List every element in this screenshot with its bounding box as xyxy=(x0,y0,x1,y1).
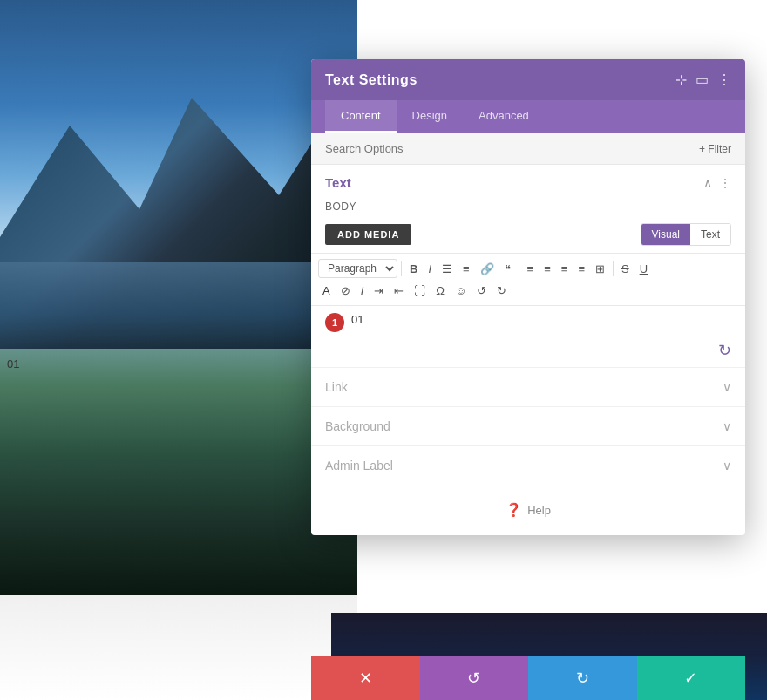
save-button[interactable]: ✓ xyxy=(637,656,746,700)
toolbar-row-1: Paragraph B I ☰ ≡ 🔗 ❝ ≡ ≡ ≡ ≡ ⊞ S U xyxy=(318,257,738,280)
search-input[interactable] xyxy=(325,142,699,155)
editor-toolbar: Paragraph B I ☰ ≡ 🔗 ❝ ≡ ≡ ≡ ≡ ⊞ S U A xyxy=(311,253,745,306)
table-button[interactable]: ⊞ xyxy=(591,260,609,278)
settings-panel: Text Settings ⊹ ▭ ⋮ Content Design Advan… xyxy=(311,59,745,535)
focus-icon[interactable]: ⊹ xyxy=(675,71,687,88)
bold-button[interactable]: B xyxy=(405,260,422,278)
editor-text: 01 xyxy=(351,313,363,326)
panel-tabs: Content Design Advanced xyxy=(311,100,745,133)
tab-advanced[interactable]: Advanced xyxy=(463,100,545,133)
paragraph-select[interactable]: Paragraph xyxy=(318,259,397,278)
help-text[interactable]: ❓ Help xyxy=(325,502,731,518)
font-color-button[interactable]: A xyxy=(318,282,335,300)
search-bar: + Filter xyxy=(311,133,745,165)
tab-design[interactable]: Design xyxy=(397,100,463,133)
italic-button[interactable]: I xyxy=(424,260,436,278)
underline-button[interactable]: U xyxy=(635,260,652,278)
header-icons-group: ⊹ ▭ ⋮ xyxy=(675,71,731,88)
more-options-icon[interactable]: ⋮ xyxy=(717,71,731,88)
blockquote-button[interactable]: ❝ xyxy=(500,260,515,278)
tab-content[interactable]: Content xyxy=(325,100,397,133)
strikethrough-button[interactable]: S xyxy=(617,260,634,278)
columns-icon[interactable]: ▭ xyxy=(696,71,709,88)
landscape-background xyxy=(0,0,357,700)
collapse-icon[interactable]: ∧ xyxy=(703,176,712,190)
toolbar-row-2: A ⊘ I ⇥ ⇤ ⛶ Ω ☺ ↺ ↻ xyxy=(318,280,738,302)
emoji-button[interactable]: ☺ xyxy=(451,282,471,300)
content-text-01: 01 xyxy=(7,357,19,370)
text-section-title: Text xyxy=(325,175,351,190)
toolbar-divider-3 xyxy=(613,261,614,276)
section-more-icon[interactable]: ⋮ xyxy=(719,176,731,190)
align-left-button[interactable]: ≡ xyxy=(523,260,539,278)
align-center-button[interactable]: ≡ xyxy=(540,260,555,278)
special-char-button[interactable]: Ω xyxy=(431,282,449,300)
undo-history-button[interactable]: ↺ xyxy=(420,656,529,700)
add-media-button[interactable]: ADD MEDIA xyxy=(325,224,411,245)
link-label: Link xyxy=(325,380,348,394)
background-chevron-icon: ∨ xyxy=(723,419,731,433)
toolbar-divider-1 xyxy=(401,261,402,276)
unordered-list-button[interactable]: ☰ xyxy=(438,260,457,278)
text-section-header: Text ∧ ⋮ xyxy=(311,165,745,197)
line-number-badge: 1 xyxy=(325,313,344,332)
panel-body: Text ∧ ⋮ Body ADD MEDIA Visual Text Para… xyxy=(311,165,745,535)
outdent-button[interactable]: ⇤ xyxy=(390,282,408,300)
add-media-row: ADD MEDIA Visual Text xyxy=(311,220,745,253)
background-section[interactable]: Background ∨ xyxy=(311,406,745,445)
panel-title: Text Settings xyxy=(325,72,417,88)
line-number-indicator: 1 xyxy=(325,313,344,332)
link-section[interactable]: Link ∨ xyxy=(311,367,745,406)
water-reflection xyxy=(0,262,357,349)
toolbar-divider-2 xyxy=(519,261,519,276)
link-button[interactable]: 🔗 xyxy=(476,260,499,278)
help-circle-icon: ❓ xyxy=(506,502,522,518)
help-section: ❓ Help xyxy=(311,485,745,535)
italic-alt-button[interactable]: I xyxy=(356,282,369,300)
body-label: Body xyxy=(311,197,745,220)
ordered-list-button[interactable]: ≡ xyxy=(458,260,474,278)
admin-label-chevron-icon: ∨ xyxy=(723,459,731,472)
filter-button[interactable]: + Filter xyxy=(699,143,731,155)
editor-area[interactable]: 1 01 ↻ xyxy=(311,306,745,367)
editor-content[interactable]: 01 xyxy=(325,313,731,348)
link-chevron-icon: ∨ xyxy=(723,380,731,394)
cancel-button[interactable]: ✕ xyxy=(311,656,420,700)
align-right-button[interactable]: ≡ xyxy=(557,260,573,278)
align-justify-button[interactable]: ≡ xyxy=(574,260,589,278)
background-label: Background xyxy=(325,419,390,433)
filter-label: + Filter xyxy=(699,143,731,155)
section-controls: ∧ ⋮ xyxy=(703,176,731,190)
indent-button[interactable]: ⇥ xyxy=(370,282,388,300)
redo-history-button[interactable]: ↻ xyxy=(528,656,637,700)
action-bar: ✕ ↺ ↻ ✓ xyxy=(311,656,745,700)
panel-header: Text Settings ⊹ ▭ ⋮ xyxy=(311,59,745,100)
text-toggle-button[interactable]: Text xyxy=(690,224,730,245)
clear-format-button[interactable]: ⊘ xyxy=(336,282,355,300)
help-label: Help xyxy=(527,504,551,517)
fullscreen-button[interactable]: ⛶ xyxy=(410,282,430,300)
undo-button[interactable]: ↺ xyxy=(472,282,491,300)
visual-toggle-button[interactable]: Visual xyxy=(641,224,690,245)
redo-button[interactable]: ↻ xyxy=(492,282,511,300)
admin-label-section[interactable]: Admin Label ∨ xyxy=(311,445,745,485)
refresh-icon[interactable]: ↻ xyxy=(718,341,731,360)
admin-label-text: Admin Label xyxy=(325,459,393,472)
visual-text-toggle: Visual Text xyxy=(641,223,731,246)
